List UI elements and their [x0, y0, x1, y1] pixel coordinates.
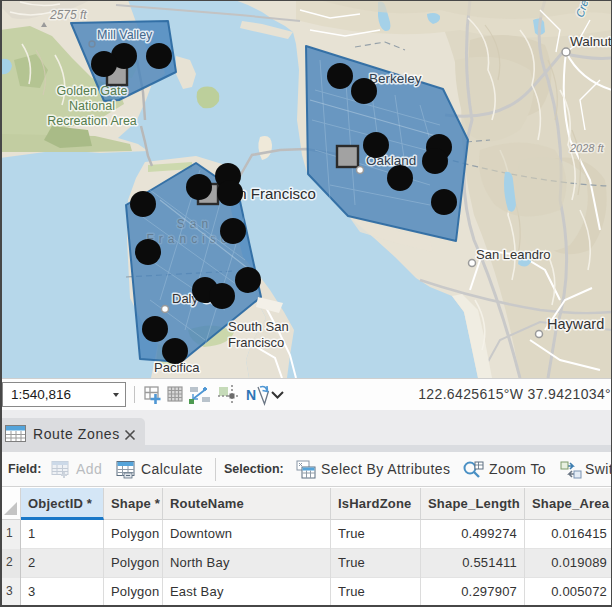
svg-text:Recreation Area: Recreation Area	[47, 114, 137, 128]
svg-text:San Leandro: San Leandro	[476, 247, 550, 262]
svg-text:Walnut: Walnut	[570, 34, 612, 49]
svg-text:National: National	[69, 99, 115, 113]
svg-text:Francisco: Francisco	[228, 335, 284, 350]
svg-text:N: N	[246, 387, 256, 403]
svg-text:South San: South San	[228, 319, 289, 334]
svg-text:2028 ft: 2028 ft	[569, 142, 605, 154]
svg-text:Berkeley: Berkeley	[369, 71, 422, 86]
svg-text:2575 ft: 2575 ft	[49, 8, 87, 22]
svg-text:Mill Valley: Mill Valley	[97, 28, 153, 42]
svg-text:Hayward: Hayward	[547, 316, 604, 332]
